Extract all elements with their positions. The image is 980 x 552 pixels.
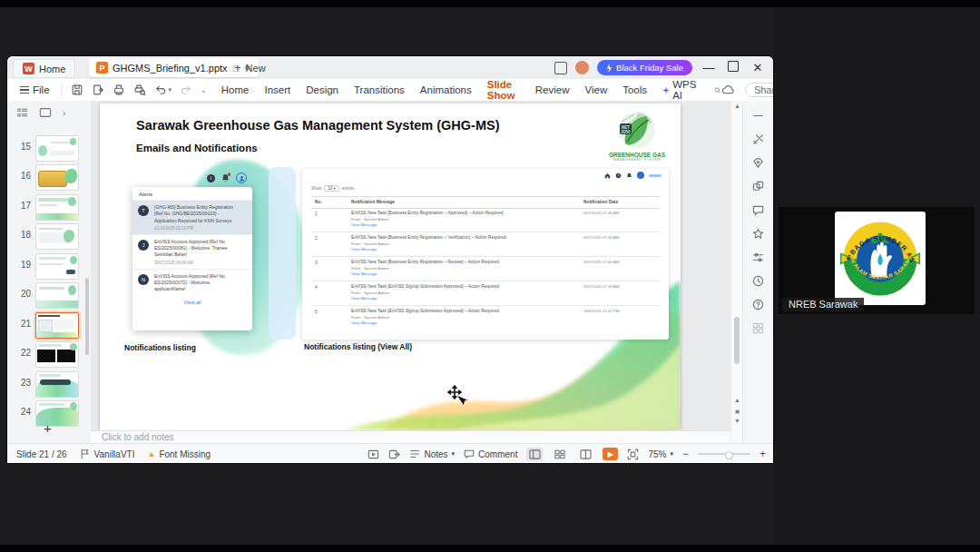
apps-grid-icon[interactable] xyxy=(752,322,764,334)
font-missing-warning[interactable]: ▲ Font Missing xyxy=(147,449,211,459)
slide-sorter-view-button[interactable] xyxy=(552,448,568,461)
lightning-icon xyxy=(606,64,612,73)
presenter-view-icon[interactable] xyxy=(388,448,400,460)
canvas-scrollbar[interactable]: ▲ ▲ ▣ ▼ xyxy=(730,101,743,443)
thumbnail-slide-15[interactable]: 15 xyxy=(7,134,91,162)
menu-insert[interactable]: Insert xyxy=(264,84,290,95)
slideshow-from-start-icon[interactable] xyxy=(368,448,379,460)
new-tab-label: New xyxy=(246,63,266,74)
file-menu-label: File xyxy=(33,84,50,95)
menu-animations[interactable]: Animations xyxy=(420,84,472,95)
quick-access-toolbar: ▾ ⌄ xyxy=(61,84,207,96)
menu-wps-ai[interactable]: WPS AI xyxy=(662,79,699,101)
home-tab-label: Home xyxy=(39,64,65,74)
slide-indicator: Slide 21 / 26 xyxy=(16,449,67,459)
zoom-in-button[interactable]: + xyxy=(760,448,766,460)
window-switch-icon[interactable] xyxy=(554,62,567,74)
participant-video-tile[interactable]: LEMBAGA SUMBER ASLI DAN ALAM SEKITAR SAR… xyxy=(779,207,975,314)
notes-area[interactable]: Click to add notes xyxy=(91,430,730,443)
history-icon[interactable] xyxy=(752,275,764,287)
black-friday-sale-button[interactable]: Black Friday Sale xyxy=(597,60,692,75)
notes-toggle[interactable]: Notes▾ xyxy=(409,448,455,459)
new-tab-button[interactable]: + New xyxy=(229,59,271,76)
search-icon[interactable] xyxy=(714,84,721,96)
slideshow-play-button[interactable]: ▶ xyxy=(603,448,618,460)
thumbnail-slide-16[interactable]: 16 xyxy=(7,163,91,191)
account-avatar[interactable] xyxy=(575,61,589,74)
outline-view-icon[interactable] xyxy=(16,107,28,118)
menu-review[interactable]: Review xyxy=(535,84,570,95)
slide-view-icon[interactable] xyxy=(39,107,52,118)
menu-view[interactable]: View xyxy=(584,84,607,95)
share-button[interactable]: Share ▾ xyxy=(745,83,773,97)
save-icon[interactable] xyxy=(71,84,83,96)
undo-icon[interactable] xyxy=(154,84,167,96)
current-slide[interactable]: Sarawak Greenhouse Gas Management System… xyxy=(100,104,681,430)
normal-view-button[interactable] xyxy=(526,448,543,461)
table-header-icons: ? xyxy=(604,172,662,179)
thumbnail-slide-17[interactable]: 17 xyxy=(7,193,91,221)
help-center-icon[interactable] xyxy=(752,299,764,310)
collapse-sidebar-icon[interactable] xyxy=(752,110,764,122)
export-icon[interactable] xyxy=(92,84,104,96)
top-black-strip xyxy=(0,0,980,7)
thumbnail-panel-scrollbar[interactable] xyxy=(85,278,89,355)
meeting-screen: W Home P GHGMS_Briefing_v1.pptx ▢ ✱ + Ne… xyxy=(0,0,980,552)
menu-tools[interactable]: Tools xyxy=(622,84,647,95)
format-tools-icon[interactable] xyxy=(752,133,764,145)
file-menu[interactable]: File xyxy=(20,84,50,95)
toolbar-more-icon[interactable]: ⌄ xyxy=(201,86,207,94)
print-preview-icon[interactable] xyxy=(133,84,146,96)
menu-slide-show[interactable]: Slide Show xyxy=(487,79,520,101)
notes-placeholder: Click to add notes xyxy=(102,432,174,442)
thumbnail-slide-20[interactable]: 20 xyxy=(7,281,91,309)
bell-icon xyxy=(626,172,632,179)
cloud-sync-icon[interactable] xyxy=(721,84,735,95)
zoom-slider-handle[interactable] xyxy=(725,451,733,459)
undo-dropdown-icon[interactable]: ▾ xyxy=(169,86,172,94)
thumbnail-slide-19[interactable]: 19 xyxy=(7,252,91,280)
maximize-button[interactable] xyxy=(725,61,741,74)
alerts-header: Alerts xyxy=(132,187,252,201)
reading-view-button[interactable] xyxy=(577,448,593,461)
minimize-button[interactable]: — xyxy=(701,61,717,74)
slide-canvas[interactable]: Sarawak Greenhouse Gas Management System… xyxy=(91,101,730,430)
wps-logo-icon: W xyxy=(23,63,34,74)
collapse-panel-icon[interactable]: › xyxy=(63,108,65,118)
add-slide-button[interactable]: + xyxy=(44,420,52,436)
zoom-slider[interactable] xyxy=(698,453,750,455)
settings-sliders-icon[interactable] xyxy=(752,251,764,263)
document-tab-label: GHGMS_Briefing_v1.pptx xyxy=(113,63,228,74)
print-icon[interactable] xyxy=(113,84,125,96)
alert-avatar: T xyxy=(138,205,149,216)
thumbnail-slide-22[interactable]: 22 xyxy=(7,340,91,368)
zoom-level[interactable]: 75%▾ xyxy=(648,449,673,459)
participant-logo-card: LEMBAGA SUMBER ASLI DAN ALAM SEKITAR SAR… xyxy=(835,212,926,305)
menu-home[interactable]: Home xyxy=(221,84,250,95)
comment-button[interactable]: Comment xyxy=(464,448,517,459)
table-row: 1 EnVISS New Task [Business Entity Regis… xyxy=(311,207,660,232)
thumbnail-slide-18[interactable]: 18 xyxy=(7,222,91,250)
thumbnail-slide-21-selected[interactable]: 21 xyxy=(7,311,91,339)
comment-panel-icon[interactable] xyxy=(752,204,764,216)
slide-subtitle: Emails and Notifications xyxy=(136,143,258,153)
slide-title: Sarawak Greenhouse Gas Management System… xyxy=(136,118,608,133)
redo-icon[interactable] xyxy=(180,84,192,96)
bottom-black-strip xyxy=(0,545,980,552)
fit-slide-icon[interactable] xyxy=(627,448,639,460)
close-button[interactable]: ✕ xyxy=(750,61,766,74)
menu-design[interactable]: Design xyxy=(306,84,338,95)
shapes-icon[interactable] xyxy=(752,181,764,192)
table-row: 5 EnVISS New Task [EnVISS Signup Submiss… xyxy=(311,305,660,330)
menu-transitions[interactable]: Transitions xyxy=(354,84,405,95)
theme-chip[interactable]: VanillaVTI xyxy=(80,448,135,459)
template-premium-icon[interactable] xyxy=(752,157,764,169)
scrollbar-thumb[interactable] xyxy=(734,317,740,364)
favorites-icon[interactable] xyxy=(752,228,764,240)
alert-item: T [GHG-MS] Business Entity Registration … xyxy=(132,201,252,235)
zoom-out-button[interactable]: − xyxy=(682,448,689,460)
share-label: Share xyxy=(754,84,773,95)
plus-icon: + xyxy=(234,61,241,74)
tab-home[interactable]: W Home xyxy=(13,59,75,78)
thumbnail-slide-23[interactable]: 23 xyxy=(7,370,91,398)
